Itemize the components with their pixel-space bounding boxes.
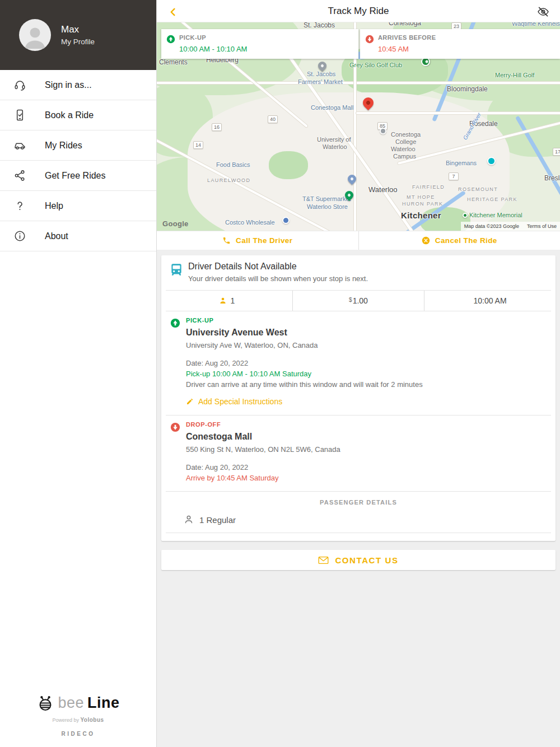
ride-details-card: Driver Details Not Available Your driver… [161, 255, 556, 541]
bingemans-marker [487, 157, 496, 165]
map-label: Bingemans [446, 160, 477, 166]
map-label: St. Jacobs [304, 22, 335, 29]
map[interactable]: St. JacobsConestogaWaqtime KennelsClemen… [157, 22, 560, 231]
map-label: Farmers' Market [298, 78, 343, 85]
map-label: HURON PARK [402, 201, 443, 207]
sidebar-menu: Sign in as... Book a Ride My Rides Get F… [0, 70, 156, 251]
map-terrain-patch [157, 84, 213, 157]
pencil-icon [186, 398, 194, 405]
passenger-count: 1 [231, 296, 235, 305]
pickup-summary-card: PICK-UP 10:00 AM - 10:10 AM [161, 29, 358, 59]
map-label: Costco Wholesale [225, 219, 275, 226]
road-shield: 16 [212, 123, 222, 131]
sidebar-item-label: My Rides [45, 141, 82, 151]
ride-actions-bar: Call The Driver Cancel The Ride [157, 231, 560, 250]
ride-stats-row: 1 $1.00 10:00 AM [161, 291, 556, 311]
booking-icon [12, 108, 27, 123]
sidebar-item-help[interactable]: Help [0, 191, 156, 221]
university-marker [380, 128, 386, 134]
costco-marker [282, 217, 290, 224]
road-shield: 40 [268, 115, 278, 123]
map-label: College [395, 138, 416, 145]
map-label: LAURELWOOD [207, 178, 250, 183]
passenger-details-header: PASSENGER DETAILS [161, 492, 556, 508]
contact-us-button[interactable]: CONTACT US [161, 550, 556, 570]
call-driver-label: Call The Driver [236, 236, 292, 245]
sidebar: Max My Profile Sign in as... Book a Ride [0, 0, 157, 747]
map-label: Conestoga [391, 131, 421, 138]
dropoff-address: 550 King St N, Waterloo, ON N2L 5W6, Can… [186, 445, 340, 454]
map-label: Merry-Hill Golf [495, 72, 534, 78]
map-park-patch [420, 207, 470, 231]
terms-of-use-link[interactable]: Terms of Use [527, 223, 557, 229]
add-special-instructions-button[interactable]: Add Special Instructions [186, 397, 423, 406]
profile-name: Max [61, 24, 95, 35]
back-button[interactable] [166, 4, 180, 19]
sidebar-item-sign-in[interactable]: Sign in as... [0, 70, 156, 100]
cancel-ride-label: Cancel The Ride [435, 236, 497, 245]
map-park-patch [269, 151, 308, 179]
map-label: Waterloo Store [307, 203, 348, 210]
contact-us-label: CONTACT US [335, 555, 398, 565]
sidebar-item-my-rides[interactable]: My Rides [0, 130, 156, 161]
pickup-date: Date: Aug 20, 2022 [186, 359, 423, 367]
dropoff-date: Date: Aug 20, 2022 [186, 463, 340, 471]
app-branding: beeLine Powered by Yolobus RIDECO [0, 694, 156, 737]
pickup-icon [170, 318, 180, 328]
road-shield: 14 [193, 141, 203, 149]
sidebar-item-about[interactable]: About [0, 221, 156, 251]
info-icon [12, 229, 27, 244]
top-bar: Track My Ride [157, 0, 560, 22]
tt-supermarket-pin [345, 191, 353, 199]
map-label: Waterloo [323, 143, 347, 150]
dropoff-section: DROP-OFF Conestoga Mall 550 King St N, W… [161, 415, 556, 491]
bee-icon [36, 694, 54, 712]
hide-map-button[interactable] [536, 5, 550, 18]
map-label: MT HOPE [407, 194, 435, 200]
conestoga-mall-pin [363, 97, 374, 108]
map-label: T&T Supermarket [302, 195, 351, 202]
driver-status-title: Driver Details Not Available [188, 262, 368, 272]
sidebar-item-get-free-rides[interactable]: Get Free Rides [0, 161, 156, 191]
call-driver-button[interactable]: Call The Driver [157, 231, 359, 250]
road-shield: 17 [553, 148, 560, 156]
fare-stat: $1.00 [292, 291, 424, 311]
map-label: Conestoga [389, 22, 421, 27]
back-chevron-icon [169, 7, 178, 17]
map-river [515, 116, 560, 200]
sidebar-item-book-a-ride[interactable]: Book a Ride [0, 100, 156, 130]
road-shield: 85 [377, 122, 388, 130]
arrives-overlay-time: 10:45 AM [378, 45, 554, 53]
map-terrain-patch [157, 157, 258, 231]
arrives-overlay-label: ARRIVES BEFORE [378, 34, 554, 41]
pickup-section: PICK-UP University Avenue West Universit… [161, 311, 556, 415]
main-panel: Track My Ride [157, 0, 560, 747]
map-label: HERITAGE PARK [467, 197, 517, 202]
phone-icon [222, 236, 231, 245]
map-label: Campus [393, 153, 416, 160]
map-label: Waterloo [368, 185, 398, 194]
sidebar-item-label: Book a Ride [45, 110, 94, 120]
sidebar-item-label: About [45, 231, 68, 241]
pickup-overlay-time: 10:00 AM - 10:10 AM [179, 45, 353, 53]
pickup-pin-icon [166, 35, 175, 44]
waterloo-pin [348, 175, 356, 183]
person-silhouette-icon [21, 22, 49, 50]
road-shield: 7 [449, 172, 459, 180]
map-terrain-patch [392, 190, 482, 231]
map-road [157, 133, 358, 231]
cancel-ride-button[interactable]: Cancel The Ride [359, 231, 560, 250]
help-icon [12, 199, 27, 213]
map-road [288, 55, 428, 231]
map-label: Clements [159, 58, 188, 66]
profile-header[interactable]: Max My Profile [0, 0, 156, 70]
driver-status-row: Driver Details Not Available Your driver… [161, 255, 556, 290]
pickup-note: Driver can arrive at any time within thi… [186, 380, 423, 389]
map-label: Kitchener [401, 211, 441, 220]
avatar [19, 19, 51, 51]
map-label: Waterloo [391, 146, 416, 152]
map-road [356, 112, 560, 114]
passenger-icon [219, 297, 227, 305]
profile-subtitle: My Profile [61, 38, 95, 46]
app-window: Max My Profile Sign in as... Book a Ride [0, 0, 560, 747]
